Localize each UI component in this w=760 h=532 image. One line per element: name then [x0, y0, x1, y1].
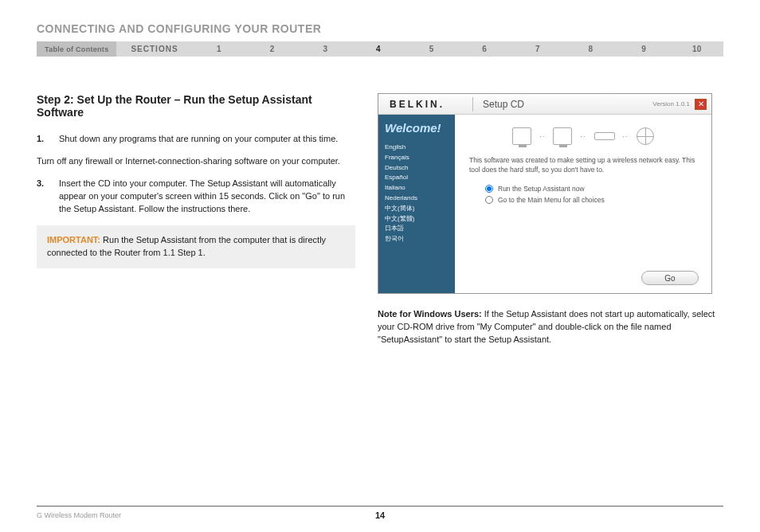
- list-text: Insert the CD into your computer. The Se…: [59, 178, 355, 216]
- close-icon[interactable]: ✕: [695, 99, 707, 110]
- version-text: Version 1.0.1: [652, 100, 690, 108]
- radio-main-menu[interactable]: Go to the Main Menu for all choices: [469, 196, 697, 204]
- left-column: Step 2: Set Up the Router – Run the Setu…: [37, 93, 355, 346]
- section-link-7[interactable]: 7: [511, 45, 564, 53]
- router-icon: [594, 132, 615, 140]
- app-main: ·· ·· ·· This software was created to ma…: [455, 115, 711, 293]
- connection-dots-icon: ··: [623, 132, 629, 140]
- radio-label: Go to the Main Menu for all choices: [498, 196, 605, 204]
- section-link-2[interactable]: 2: [245, 45, 299, 53]
- language-item[interactable]: Deutsch: [385, 163, 449, 174]
- list-item: 3. Insert the CD into your computer. The…: [37, 178, 355, 216]
- go-button[interactable]: Go: [641, 271, 699, 285]
- computer-icon: [553, 127, 572, 145]
- list-number: 3.: [37, 178, 59, 216]
- note-label: Note for Windows Users:: [378, 309, 482, 319]
- app-titlebar: BELKIN. Setup CD Version 1.0.1 ✕: [378, 94, 711, 115]
- language-item[interactable]: English: [385, 143, 449, 153]
- paragraph: Turn off any firewall or Internet-connec…: [37, 155, 355, 168]
- language-item[interactable]: Nederlands: [385, 194, 449, 204]
- language-item[interactable]: 한국어: [385, 234, 449, 244]
- connection-dots-icon: ··: [580, 132, 586, 140]
- section-link-6[interactable]: 6: [458, 45, 511, 53]
- language-item[interactable]: Español: [385, 173, 449, 183]
- radio-label: Run the Setup Assistant now: [498, 185, 585, 193]
- section-link-3[interactable]: 3: [299, 45, 352, 53]
- page-title: CONNECTING AND CONFIGURING YOUR ROUTER: [37, 22, 723, 35]
- product-name: G Wireless Modem Router: [37, 511, 121, 519]
- important-label: IMPORTANT:: [47, 235, 100, 244]
- language-item[interactable]: 中文(简体): [385, 204, 449, 214]
- section-link-1[interactable]: 1: [193, 45, 246, 53]
- sections-label: SECTIONS: [116, 45, 192, 53]
- window-label: Setup CD: [483, 99, 524, 110]
- windows-note: Note for Windows Users: If the Setup Ass…: [378, 308, 723, 346]
- connection-dots-icon: ··: [539, 132, 545, 140]
- radio-input[interactable]: [485, 196, 493, 204]
- section-link-10[interactable]: 10: [670, 45, 723, 53]
- step-heading: Step 2: Set Up the Router – Run the Setu…: [37, 93, 355, 119]
- app-description: This software was created to make settin…: [469, 156, 697, 175]
- brand-text: BELKIN: [390, 99, 440, 110]
- right-column: BELKIN. Setup CD Version 1.0.1 ✕ Welcome…: [378, 93, 723, 346]
- page-number: 14: [375, 510, 385, 520]
- step-list: 1. Shut down any programs that are runni…: [37, 133, 355, 146]
- radio-run-setup[interactable]: Run the Setup Assistant now: [469, 185, 697, 193]
- list-item: 1. Shut down any programs that are runni…: [37, 133, 355, 146]
- manual-page: CONNECTING AND CONFIGURING YOUR ROUTER T…: [0, 0, 760, 532]
- section-link-5[interactable]: 5: [405, 45, 458, 53]
- app-body: Welcome! English Français Deutsch Españo…: [378, 115, 711, 293]
- toc-link[interactable]: Table of Contents: [37, 41, 116, 57]
- setup-cd-screenshot: BELKIN. Setup CD Version 1.0.1 ✕ Welcome…: [378, 93, 712, 294]
- important-callout: IMPORTANT: Run the Setup Assistant from …: [37, 225, 355, 268]
- page-footer: G Wireless Modem Router 14: [37, 506, 723, 519]
- section-link-9[interactable]: 9: [617, 45, 671, 53]
- computer-icon: [512, 127, 531, 145]
- separator: [472, 97, 473, 111]
- language-item[interactable]: 中文(繁體): [385, 214, 449, 225]
- list-text: Shut down any programs that are running …: [59, 133, 355, 146]
- globe-icon: [637, 127, 654, 145]
- brand-logo: BELKIN.: [390, 99, 463, 110]
- radio-input[interactable]: [485, 185, 493, 193]
- step-list-2: 3. Insert the CD into your computer. The…: [37, 178, 355, 216]
- section-link-4[interactable]: 4: [351, 45, 405, 53]
- language-sidebar: Welcome! English Français Deutsch Españo…: [378, 115, 455, 293]
- topology-icons: ·· ·· ··: [469, 127, 697, 145]
- language-item[interactable]: Italiano: [385, 183, 449, 194]
- language-item[interactable]: Français: [385, 153, 449, 163]
- language-item[interactable]: 日本語: [385, 224, 449, 234]
- language-list: English Français Deutsch Español Italian…: [385, 143, 449, 244]
- welcome-heading: Welcome!: [385, 121, 449, 135]
- section-navbar: Table of Contents SECTIONS 1 2 3 4 5 6 7…: [37, 41, 723, 57]
- list-number: 1.: [37, 133, 59, 146]
- brand-dot: .: [440, 99, 442, 110]
- content-columns: Step 2: Set Up the Router – Run the Setu…: [37, 93, 723, 346]
- section-link-8[interactable]: 8: [564, 45, 617, 53]
